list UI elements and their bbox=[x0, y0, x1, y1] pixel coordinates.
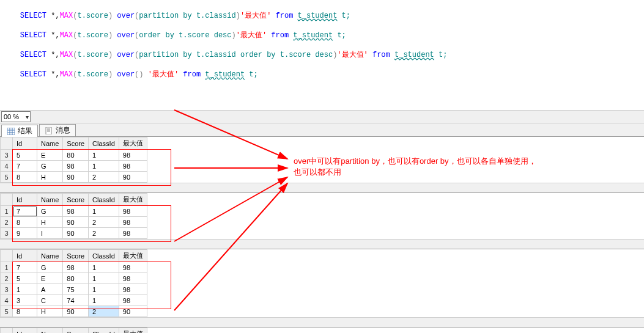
sql-line: SELECT *,MAX(t.score) over(partition by … bbox=[2, 50, 642, 60]
table-row[interactable]: 47G98198 bbox=[1, 161, 147, 172]
tab-results[interactable]: 结果 bbox=[1, 125, 38, 137]
table-row[interactable]: 43C74198 bbox=[1, 295, 147, 306]
col-header[interactable]: ClassId bbox=[89, 328, 119, 334]
table-row[interactable]: 58H90290 bbox=[1, 306, 147, 317]
col-header[interactable]: 最大值 bbox=[119, 137, 147, 150]
horizontal-scrollbar[interactable] bbox=[0, 239, 644, 249]
table-row[interactable]: 17G98198 bbox=[1, 262, 147, 273]
zoom-combo[interactable]: 00 % bbox=[1, 111, 31, 122]
document-icon bbox=[45, 126, 53, 135]
table-row[interactable]: 31A75198 bbox=[1, 284, 147, 295]
col-header[interactable]: Id bbox=[13, 250, 37, 262]
sql-line: SELECT *,MAX(t.score) over(partition by … bbox=[2, 11, 642, 21]
col-header[interactable]: ClassId bbox=[89, 137, 119, 150]
results-tabs: 结果 消息 bbox=[0, 123, 644, 137]
col-header[interactable]: Score bbox=[63, 137, 89, 150]
col-header[interactable]: 最大值 bbox=[119, 250, 147, 262]
col-header[interactable]: Name bbox=[37, 137, 63, 150]
col-header[interactable]: Name bbox=[37, 250, 63, 262]
col-header[interactable]: 最大值 bbox=[119, 194, 147, 206]
table-row[interactable]: 25E80198 bbox=[1, 273, 147, 284]
sql-line: SELECT *,MAX(t.score) over(order by t.sc… bbox=[2, 31, 642, 40]
tab-label: 结果 bbox=[18, 126, 32, 136]
col-header[interactable]: Name bbox=[37, 328, 63, 334]
svg-rect-0 bbox=[7, 128, 15, 135]
col-header[interactable]: Score bbox=[63, 194, 89, 206]
table-row[interactable]: 58H90290 bbox=[1, 172, 147, 183]
zoom-value: 00 % bbox=[4, 113, 19, 120]
col-header[interactable]: Score bbox=[63, 250, 89, 262]
col-header[interactable]: Score bbox=[63, 328, 89, 334]
result-grid-3: Id Name Score ClassId 最大值 17G98198 25E80… bbox=[0, 249, 644, 328]
tab-label: 消息 bbox=[56, 125, 70, 136]
grid-icon bbox=[7, 127, 15, 136]
table-row[interactable]: 35E80198 bbox=[1, 150, 147, 161]
result-grid-2: Id Name Score ClassId 最大值 17G98198 28H90… bbox=[0, 193, 644, 249]
table-row[interactable]: 17G98198 bbox=[1, 206, 147, 217]
result-table[interactable]: Id Name Score ClassId 最大值 35E80198 47G98… bbox=[0, 137, 147, 183]
result-table[interactable]: Id Name Score ClassId 最大值 17G98198 28H90… bbox=[0, 193, 147, 239]
result-grid-4: Id Name Score ClassId 最大值 11A75198 22B78… bbox=[0, 328, 644, 333]
col-header[interactable]: ClassId bbox=[89, 194, 119, 206]
sql-line: SELECT *,MAX(t.score) over() '最大值' from … bbox=[2, 70, 642, 79]
col-header[interactable]: Name bbox=[37, 194, 63, 206]
result-table[interactable]: Id Name Score ClassId 最大值 17G98198 25E80… bbox=[0, 249, 147, 317]
col-header[interactable]: 最大值 bbox=[119, 328, 147, 334]
svg-rect-5 bbox=[46, 127, 51, 134]
horizontal-scrollbar[interactable] bbox=[0, 317, 644, 327]
tab-messages[interactable]: 消息 bbox=[39, 124, 76, 136]
col-header[interactable]: ClassId bbox=[89, 250, 119, 262]
table-row[interactable]: 28H90298 bbox=[1, 217, 147, 228]
col-header[interactable]: Id bbox=[13, 137, 37, 150]
col-header[interactable]: Id bbox=[13, 194, 37, 206]
sql-editor[interactable]: SELECT *,MAX(t.score) over(partition by … bbox=[0, 0, 644, 110]
result-table[interactable]: Id Name Score ClassId 最大值 11A75198 22B78… bbox=[0, 328, 147, 333]
zoom-bar: 00 % bbox=[0, 110, 644, 123]
table-row[interactable]: 39I90298 bbox=[1, 228, 147, 239]
annotation-text: over中可以有partition by，也可以有order by，也可以各自单… bbox=[294, 156, 636, 178]
horizontal-scrollbar[interactable] bbox=[0, 183, 644, 192]
col-header[interactable]: Id bbox=[13, 328, 37, 334]
